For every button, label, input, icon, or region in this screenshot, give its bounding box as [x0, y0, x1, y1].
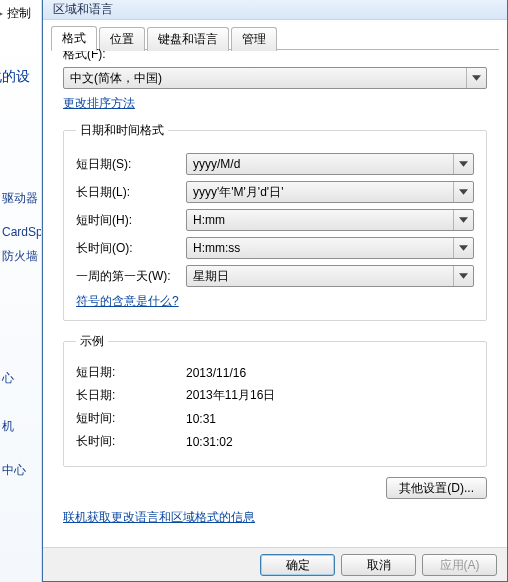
dialog-title: 区域和语言: [43, 0, 507, 20]
ex-long-date-label: 长日期:: [76, 387, 186, 404]
chevron-down-icon: [453, 238, 473, 258]
ex-short-date-value: 2013/11/16: [186, 366, 474, 380]
group-example: 示例 短日期:2013/11/16 长日期:2013年11月16日 短时间:10…: [63, 333, 487, 467]
ex-long-time-label: 长时间:: [76, 433, 186, 450]
apply-button[interactable]: 应用(A): [422, 554, 497, 576]
short-time-label: 短时间(H):: [76, 212, 186, 229]
ex-long-time-value: 10:31:02: [186, 435, 474, 449]
cancel-button[interactable]: 取消: [341, 554, 416, 576]
tab-format[interactable]: 格式: [51, 26, 97, 51]
first-day-combo[interactable]: 星期日: [186, 265, 474, 287]
short-date-combo[interactable]: yyyy/M/d: [186, 153, 474, 175]
change-sort-link[interactable]: 更改排序方法: [63, 96, 135, 110]
chevron-down-icon: [453, 266, 473, 286]
short-time-combo[interactable]: H:mm: [186, 209, 474, 231]
region-language-dialog: 区域和语言 格式 位置 键盘和语言 管理 格式(F): 中文(简体，中国) 更改…: [42, 0, 508, 582]
chevron-down-icon: [453, 154, 473, 174]
ex-short-date-label: 短日期:: [76, 364, 186, 381]
ex-short-time-label: 短时间:: [76, 410, 186, 427]
ok-button[interactable]: 确定: [260, 554, 335, 576]
group-example-title: 示例: [76, 333, 108, 350]
format-combo-value: 中文(简体，中国): [70, 71, 162, 85]
sidebar-link-center2[interactable]: 中心: [2, 462, 26, 479]
chevron-down-icon: [453, 182, 473, 202]
long-date-combo[interactable]: yyyy'年'M'月'd'日': [186, 181, 474, 203]
first-day-label: 一周的第一天(W):: [76, 268, 186, 285]
long-time-combo[interactable]: H:mm:ss: [186, 237, 474, 259]
tab-body-format: 格式(F): 中文(简体，中国) 更改排序方法 日期和时间格式 短日期(S): …: [51, 30, 499, 543]
control-panel-background: ▸ 控制 化的设 驱动器 CardSp 防火墙 心 机 中心: [0, 0, 42, 582]
dialog-button-bar: 确定 取消 应用(A): [43, 547, 507, 581]
sidebar-link-firewall[interactable]: 防火墙: [2, 248, 38, 265]
breadcrumb-text: 控制: [7, 6, 31, 20]
sidebar-link-center[interactable]: 心: [2, 370, 14, 387]
ex-short-time-value: 10:31: [186, 412, 474, 426]
breadcrumb-arrow-icon: ▸: [0, 6, 3, 20]
sidebar-link-machine[interactable]: 机: [2, 418, 14, 435]
page-heading-partial: 化的设: [0, 68, 30, 86]
format-combo[interactable]: 中文(简体，中国): [63, 67, 487, 89]
ex-long-date-value: 2013年11月16日: [186, 387, 474, 404]
online-info-link[interactable]: 联机获取更改语言和区域格式的信息: [63, 510, 255, 524]
chevron-down-icon: [466, 68, 486, 88]
format-label: 格式(F):: [63, 46, 487, 63]
breadcrumb[interactable]: ▸ 控制: [0, 5, 31, 22]
long-time-label: 长时间(O):: [76, 240, 186, 257]
additional-settings-button[interactable]: 其他设置(D)...: [386, 477, 487, 499]
symbols-meaning-link[interactable]: 符号的含意是什么?: [76, 294, 179, 308]
sidebar-link-cardspace[interactable]: CardSp: [2, 225, 42, 239]
group-date-time-formats: 日期和时间格式 短日期(S): yyyy/M/d 长日期(L): yyyy'年'…: [63, 122, 487, 321]
sidebar-link-bitlocker[interactable]: 驱动器: [2, 190, 38, 207]
chevron-down-icon: [453, 210, 473, 230]
short-date-label: 短日期(S):: [76, 156, 186, 173]
long-date-label: 长日期(L):: [76, 184, 186, 201]
group-date-time-formats-title: 日期和时间格式: [76, 122, 168, 139]
